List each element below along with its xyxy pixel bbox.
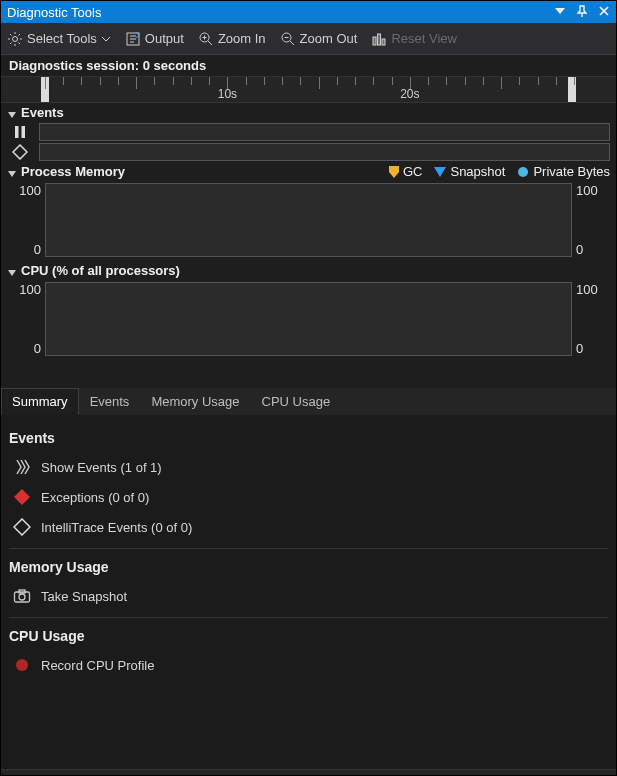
gc-marker-icon	[389, 166, 399, 178]
svg-rect-6	[382, 39, 385, 45]
show-events-label: Show Events (1 of 1)	[41, 460, 162, 475]
zoom-in-label: Zoom In	[218, 31, 266, 46]
window-title: Diagnostic Tools	[7, 5, 101, 20]
collapse-icon	[7, 167, 17, 177]
events-overview-icon	[13, 458, 31, 476]
close-icon[interactable]	[598, 5, 610, 20]
svg-rect-5	[378, 34, 381, 45]
chevron-down-icon	[101, 34, 111, 44]
take-snapshot-action[interactable]: Take Snapshot	[9, 581, 608, 611]
gear-icon	[7, 31, 23, 47]
memory-graph-header[interactable]: Process Memory GC Snapshot Private Bytes	[1, 162, 616, 181]
show-events-action[interactable]: Show Events (1 of 1)	[9, 452, 608, 482]
camera-icon	[13, 587, 31, 605]
svg-rect-4	[373, 37, 376, 45]
events-graph-header[interactable]: Events	[1, 103, 616, 122]
timeline-ruler[interactable]: 10s20s	[1, 77, 616, 103]
zoom-out-label: Zoom Out	[300, 31, 358, 46]
events-track-1[interactable]	[39, 123, 610, 141]
select-tools-label: Select Tools	[27, 31, 97, 46]
cpu-graph-title: CPU (% of all processors)	[21, 263, 180, 278]
legend-private-bytes-label: Private Bytes	[533, 164, 610, 179]
events-graph-title: Events	[21, 105, 64, 120]
summary-panel: Events Show Events (1 of 1) Exceptions (…	[1, 416, 616, 769]
exceptions-action[interactable]: Exceptions (0 of 0)	[9, 482, 608, 512]
output-label: Output	[145, 31, 184, 46]
session-label: Diagnostics session: 0 seconds	[1, 55, 616, 77]
take-snapshot-label: Take Snapshot	[41, 589, 127, 604]
memory-chart[interactable]	[45, 183, 572, 257]
exceptions-label: Exceptions (0 of 0)	[41, 490, 149, 505]
break-all-icon	[7, 124, 33, 140]
summary-memory-heading: Memory Usage	[9, 559, 608, 575]
reset-view-label: Reset View	[391, 31, 457, 46]
resize-strip[interactable]	[1, 769, 616, 775]
cpu-axis-right: 1000	[572, 282, 610, 356]
title-bar: Diagnostic Tools	[1, 1, 616, 23]
intellitrace-label: IntelliTrace Events (0 of 0)	[41, 520, 192, 535]
cpu-axis-left: 1000	[7, 282, 45, 356]
record-icon	[13, 656, 31, 674]
intellitrace-action[interactable]: IntelliTrace Events (0 of 0)	[9, 512, 608, 542]
output-button[interactable]: Output	[125, 31, 184, 47]
snapshot-marker-icon	[434, 167, 446, 177]
tab-cpu-usage[interactable]: CPU Usage	[251, 388, 342, 415]
summary-events-heading: Events	[9, 430, 608, 446]
pin-icon[interactable]	[576, 5, 588, 20]
record-cpu-label: Record CPU Profile	[41, 658, 154, 673]
svg-point-0	[13, 36, 18, 41]
zoom-out-icon	[280, 31, 296, 47]
collapse-icon	[7, 108, 17, 118]
events-track-2[interactable]	[39, 143, 610, 161]
details-tab-bar: Summary Events Memory Usage CPU Usage	[1, 388, 616, 416]
select-tools-button[interactable]: Select Tools	[7, 31, 111, 47]
memory-legend: GC Snapshot Private Bytes	[389, 164, 610, 179]
memory-axis-left: 1000	[7, 183, 45, 257]
zoom-out-button[interactable]: Zoom Out	[280, 31, 358, 47]
zoom-in-icon	[198, 31, 214, 47]
cpu-chart[interactable]	[45, 282, 572, 356]
svg-rect-8	[22, 126, 26, 138]
reset-view-button[interactable]: Reset View	[371, 31, 457, 47]
tab-memory-usage[interactable]: Memory Usage	[140, 388, 250, 415]
record-cpu-action[interactable]: Record CPU Profile	[9, 650, 608, 680]
zoom-in-button[interactable]: Zoom In	[198, 31, 266, 47]
memory-graph-title: Process Memory	[21, 164, 125, 179]
output-icon	[125, 31, 141, 47]
svg-rect-7	[15, 126, 19, 138]
summary-cpu-heading: CPU Usage	[9, 628, 608, 644]
toolbar: Select Tools Output Zoom In Zoom Out Res…	[1, 23, 616, 55]
tab-events[interactable]: Events	[79, 388, 141, 415]
collapse-icon	[7, 266, 17, 276]
memory-axis-right: 1000	[572, 183, 610, 257]
diamond-icon	[7, 144, 33, 160]
legend-snapshot-label: Snapshot	[450, 164, 505, 179]
cpu-graph-header[interactable]: CPU (% of all processors)	[1, 261, 616, 280]
legend-gc-label: GC	[403, 164, 423, 179]
intellitrace-icon	[13, 518, 31, 536]
private-bytes-marker-icon	[517, 166, 529, 178]
svg-point-9	[518, 167, 528, 177]
svg-point-11	[19, 594, 25, 600]
window-dropdown-icon[interactable]	[554, 5, 566, 20]
reset-view-icon	[371, 31, 387, 47]
svg-point-13	[16, 659, 28, 671]
tab-summary[interactable]: Summary	[1, 388, 79, 415]
exception-icon	[13, 488, 31, 506]
